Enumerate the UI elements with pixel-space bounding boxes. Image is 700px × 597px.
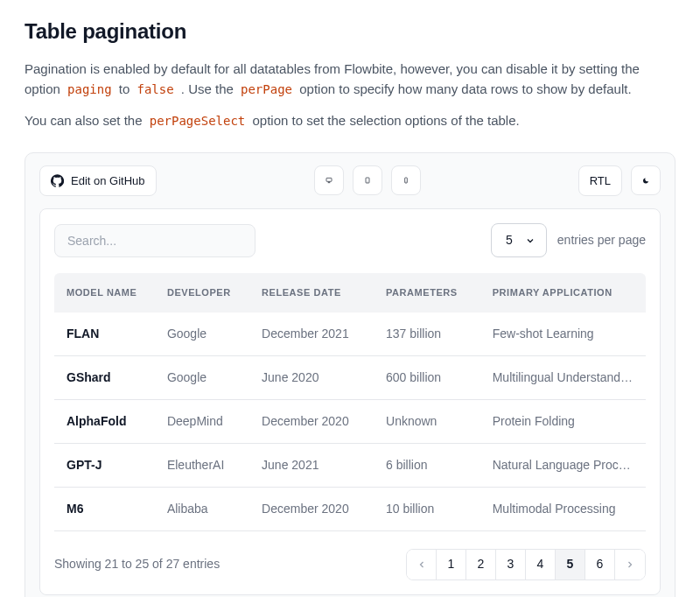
data-table: MODEL NAMEDEVELOPERRELEASE DATEPARAMETER… [54, 273, 646, 531]
table-cell: Unknown [374, 399, 480, 443]
rtl-toggle-button[interactable]: RTL [578, 165, 622, 197]
column-header[interactable]: RELEASE DATE [249, 273, 374, 313]
table-cell: 137 billion [374, 313, 480, 356]
table-cell: EleutherAI [155, 443, 249, 487]
table-cell: Google [155, 355, 249, 399]
table-cell: DeepMind [155, 399, 249, 443]
intro-text: You can also set the [24, 113, 146, 128]
per-page-select[interactable]: 5 [491, 223, 547, 257]
table-header-row: MODEL NAMEDEVELOPERRELEASE DATEPARAMETER… [54, 273, 646, 313]
table-cell: 10 billion [374, 487, 480, 530]
example-toolbar: Edit on GitHub RTL [25, 153, 675, 209]
table-cell: December 2020 [249, 487, 374, 530]
chevron-right-icon [625, 559, 635, 570]
datatable-card: 5 entries per page MODEL NAMEDEVELOPERRE… [39, 208, 661, 595]
intro-text: option to set the selection options of t… [252, 113, 519, 128]
moon-icon [642, 174, 649, 187]
table-cell: Multimodal Processing [480, 487, 646, 530]
table-row: FLANGoogleDecember 2021137 billionFew-sh… [54, 313, 646, 356]
table-cell: FLAN [54, 313, 155, 356]
pagination-page[interactable]: 4 [526, 550, 556, 579]
pagination-next[interactable] [615, 550, 645, 579]
table-cell: Google [155, 313, 249, 356]
pagination-page[interactable]: 5 [556, 550, 585, 579]
desktop-icon [326, 173, 332, 187]
intro-paragraph-2: You can also set the perPageSelect optio… [24, 111, 676, 131]
dark-mode-toggle[interactable] [631, 165, 661, 195]
table-cell: June 2021 [249, 443, 374, 487]
column-header[interactable]: PARAMETERS [374, 273, 480, 313]
pagination-page[interactable]: 2 [466, 550, 496, 579]
table-cell: GShard [54, 355, 155, 399]
per-page-label: entries per page [557, 231, 646, 249]
table-cell: Alibaba [155, 487, 249, 530]
github-icon [51, 174, 64, 187]
desktop-view-button[interactable] [314, 165, 344, 195]
tablet-icon [364, 173, 371, 187]
table-cell: Natural Language Processing [480, 443, 646, 487]
table-row: AlphaFoldDeepMindDecember 2020UnknownPro… [54, 399, 646, 443]
svg-rect-0 [326, 179, 332, 182]
intro-text: option to specify how many data rows to … [299, 81, 631, 96]
table-row: GPT-JEleutherAIJune 20216 billionNatural… [54, 443, 646, 487]
chevron-down-icon [525, 235, 536, 246]
pagination-summary: Showing 21 to 25 of 27 entries [54, 555, 220, 573]
table-cell: GPT-J [54, 443, 155, 487]
table-cell: AlphaFold [54, 399, 155, 443]
mobile-icon [402, 173, 410, 187]
table-row: M6AlibabaDecember 202010 billionMultimod… [54, 487, 646, 530]
edit-on-github-button[interactable]: Edit on GitHub [39, 165, 157, 197]
table-cell: December 2021 [249, 313, 374, 356]
pagination-page[interactable]: 1 [437, 550, 466, 579]
table-cell: Multilingual Understanding [480, 355, 646, 399]
rtl-label: RTL [590, 172, 611, 190]
pagination-page[interactable]: 6 [585, 550, 615, 579]
page-title: Table pagination [24, 16, 676, 47]
intro-paragraph-1: Pagination is enabled by default for all… [24, 60, 676, 99]
intro-text: to [119, 81, 134, 96]
pagination-prev[interactable] [407, 550, 437, 579]
table-row: GShardGoogleJune 2020600 billionMultilin… [54, 355, 646, 399]
pagination: 123456 [406, 549, 646, 580]
edit-on-github-label: Edit on GitHub [71, 172, 145, 190]
table-cell: M6 [54, 487, 155, 530]
mobile-view-button[interactable] [391, 165, 421, 195]
table-cell: December 2020 [249, 399, 374, 443]
table-cell: Protein Folding [480, 399, 646, 443]
code-false: false [133, 81, 177, 97]
code-perpageselect: perPageSelect [146, 113, 249, 129]
example-panel: Edit on GitHub RTL 5 [24, 152, 676, 598]
search-input[interactable] [54, 224, 256, 257]
column-header[interactable]: MODEL NAME [54, 273, 155, 313]
intro-text: . Use the [181, 81, 237, 96]
table-cell: 6 billion [374, 443, 480, 487]
table-cell: Few-shot Learning [480, 313, 646, 356]
table-cell: 600 billion [374, 355, 480, 399]
column-header[interactable]: PRIMARY APPLICATION [480, 273, 646, 313]
code-perpage: perPage [237, 81, 296, 97]
column-header[interactable]: DEVELOPER [155, 273, 249, 313]
tablet-view-button[interactable] [353, 165, 382, 195]
pagination-page[interactable]: 3 [496, 550, 526, 579]
per-page-select-wrap: 5 entries per page [491, 223, 646, 257]
per-page-value: 5 [506, 231, 513, 249]
table-cell: June 2020 [249, 355, 374, 399]
table-body: FLANGoogleDecember 2021137 billionFew-sh… [54, 313, 646, 531]
chevron-left-icon [416, 559, 427, 570]
code-paging: paging [64, 81, 116, 97]
